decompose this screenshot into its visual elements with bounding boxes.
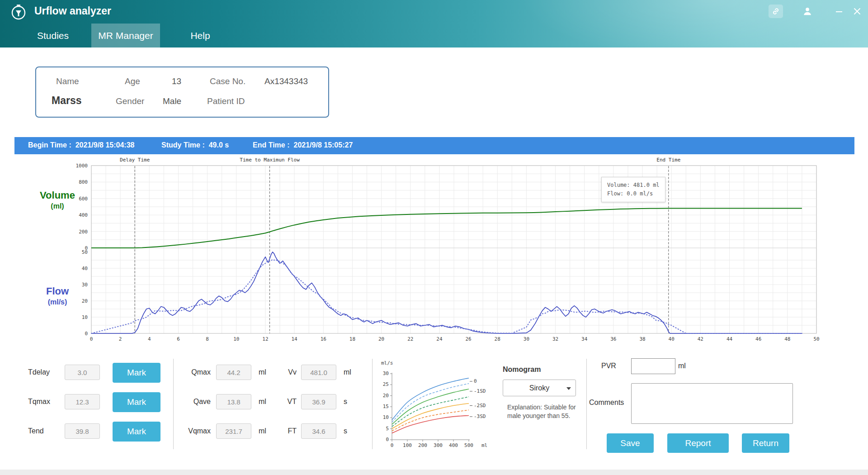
- vqmax-label: Vqmax: [179, 427, 211, 435]
- svg-text:5: 5: [386, 426, 389, 432]
- divider: [586, 359, 587, 449]
- chart-tooltip: Volume: 481.0 ml Flow: 0.0 ml/s: [601, 177, 665, 202]
- vv-label: Vv: [275, 368, 297, 376]
- svg-text:6: 6: [177, 336, 180, 342]
- svg-text:400: 400: [449, 442, 458, 448]
- close-icon[interactable]: [850, 5, 864, 18]
- svg-text:30: 30: [383, 370, 389, 376]
- vv-value: [301, 365, 336, 380]
- svg-text:48: 48: [784, 336, 790, 342]
- end-time-value: 2021/9/8 15:05:27: [294, 141, 353, 149]
- mark-tdelay-button[interactable]: Mark: [113, 363, 160, 383]
- footer-strip: [0, 470, 868, 475]
- nomogram-label: Nomogram: [503, 366, 541, 374]
- svg-text:40: 40: [669, 336, 675, 342]
- svg-text:100: 100: [403, 442, 412, 448]
- patient-gender-label: Gender: [116, 96, 144, 106]
- svg-text:0: 0: [474, 378, 477, 384]
- case-no-label: Case No.: [210, 76, 245, 86]
- svg-text:300: 300: [434, 442, 443, 448]
- comments-label: Comments: [589, 399, 624, 407]
- svg-text:Delay Time: Delay Time: [120, 157, 150, 163]
- link-icon[interactable]: [769, 5, 783, 18]
- svg-text:-1SD: -1SD: [474, 388, 486, 394]
- menu-item-mr-manager[interactable]: MR Manager: [91, 24, 160, 48]
- svg-text:16: 16: [321, 336, 326, 342]
- study-time-label: Study Time :: [161, 141, 205, 149]
- flow-axis-title: Flow: [24, 285, 91, 297]
- qmax-unit: ml: [259, 368, 266, 376]
- svg-text:12: 12: [262, 336, 268, 342]
- svg-text:200: 200: [79, 229, 88, 235]
- save-button[interactable]: Save: [607, 433, 654, 453]
- begin-time-label: Begin Time :: [28, 141, 71, 149]
- mark-tqmax-button[interactable]: Mark: [113, 392, 160, 412]
- caret-down-icon: [566, 387, 571, 390]
- tdelay-input[interactable]: [65, 365, 100, 380]
- uroflow-chart[interactable]: 0200400600800100001020304050024681012141…: [14, 154, 854, 349]
- svg-text:10: 10: [383, 414, 389, 420]
- menu-item-help[interactable]: Help: [180, 24, 221, 48]
- flow-axis-unit: (ml/s): [24, 298, 91, 306]
- svg-text:50: 50: [813, 336, 819, 342]
- patient-name-label: Name: [56, 76, 79, 86]
- vt-label: VT: [275, 398, 297, 406]
- mark-tend-button[interactable]: Mark: [113, 422, 160, 442]
- svg-text:800: 800: [79, 179, 88, 185]
- svg-text:18: 18: [349, 336, 355, 342]
- svg-text:20: 20: [378, 336, 384, 342]
- patient-id-label: Patient ID: [207, 96, 245, 106]
- qave-value: [216, 394, 251, 409]
- tend-input[interactable]: [65, 423, 100, 439]
- header-bar: Urflow analyzer: [0, 0, 868, 48]
- svg-text:0: 0: [391, 442, 394, 448]
- svg-text:ml/s: ml/s: [381, 360, 393, 366]
- report-button[interactable]: Report: [667, 433, 729, 453]
- nomogram-chart: 0510152025300100200300400500ml/sml0-1SD-…: [377, 357, 495, 453]
- main-menu: Studies MR Manager Help: [0, 24, 868, 48]
- user-icon[interactable]: [800, 5, 815, 18]
- svg-text:50: 50: [82, 249, 88, 255]
- end-time: End Time :2021/9/8 15:05:27: [253, 141, 353, 149]
- volume-axis-unit: (ml): [24, 202, 91, 210]
- vv-unit: ml: [344, 368, 351, 376]
- begin-time: Begin Time :2021/9/8 15:04:38: [28, 141, 135, 149]
- svg-text:15: 15: [383, 404, 389, 409]
- ft-value: [301, 423, 336, 439]
- vqmax-value: [216, 423, 251, 439]
- svg-text:38: 38: [639, 336, 645, 342]
- return-button[interactable]: Return: [742, 433, 789, 453]
- svg-text:200: 200: [418, 442, 427, 448]
- qave-unit: ml: [259, 398, 266, 406]
- pvr-label: PVR: [601, 362, 616, 370]
- svg-text:-2SD: -2SD: [474, 403, 486, 408]
- minimize-icon[interactable]: [832, 5, 846, 18]
- svg-text:24: 24: [436, 336, 443, 342]
- svg-text:4: 4: [148, 336, 151, 342]
- begin-time-value: 2021/9/8 15:04:38: [75, 141, 135, 149]
- svg-text:25: 25: [383, 381, 389, 387]
- app-logo-icon: [10, 4, 27, 21]
- time-summary-bar: Begin Time :2021/9/8 15:04:38 Study Time…: [14, 137, 854, 154]
- tqmax-input[interactable]: [65, 394, 100, 409]
- svg-text:500: 500: [464, 442, 473, 448]
- svg-text:1000: 1000: [76, 163, 88, 169]
- svg-text:30: 30: [524, 336, 529, 342]
- svg-text:44: 44: [726, 336, 733, 342]
- nomogram-select[interactable]: Siroky: [503, 380, 576, 396]
- vt-unit: s: [344, 398, 347, 406]
- pvr-input[interactable]: [631, 358, 675, 374]
- qmax-value: [216, 365, 251, 380]
- svg-text:End Time: End Time: [656, 157, 680, 163]
- tooltip-volume: Volume: 481.0 ml: [607, 181, 660, 190]
- svg-text:32: 32: [552, 336, 558, 342]
- svg-text:14: 14: [291, 336, 297, 342]
- svg-text:22: 22: [407, 336, 413, 342]
- menu-item-studies[interactable]: Studies: [28, 24, 78, 48]
- study-time: Study Time :49.0 s: [161, 141, 229, 149]
- comments-textarea[interactable]: [631, 383, 793, 424]
- nomogram-explanation: Explanation: Suitable for male younger t…: [507, 403, 584, 420]
- tend-label: Tend: [28, 427, 44, 435]
- svg-text:0: 0: [386, 437, 389, 442]
- svg-text:36: 36: [610, 336, 616, 342]
